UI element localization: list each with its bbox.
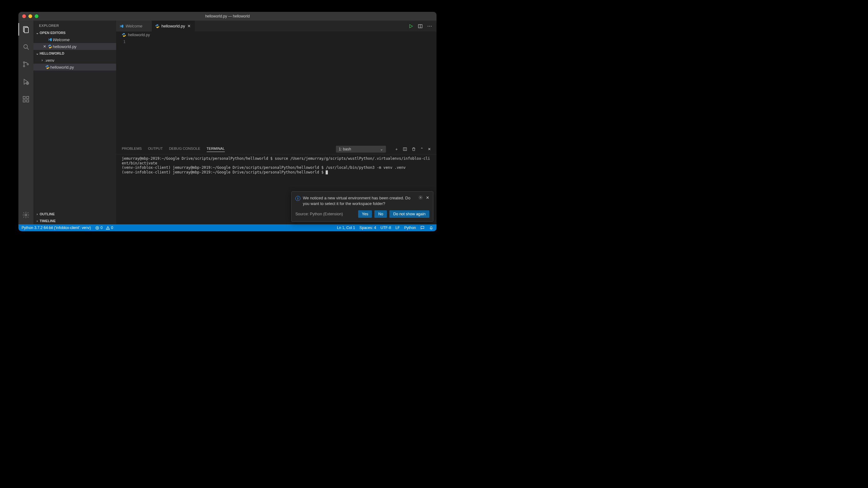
status-feedback-icon[interactable] bbox=[420, 226, 425, 230]
notification-close-icon[interactable]: ✕ bbox=[426, 195, 429, 200]
notification-dismiss-button[interactable]: Do not show again bbox=[389, 210, 429, 218]
open-editor-label: Welcome bbox=[53, 37, 70, 42]
timeline-header[interactable]: › TIMELINE bbox=[33, 218, 116, 224]
error-icon bbox=[95, 226, 99, 230]
maximize-panel-icon[interactable]: ⌃ bbox=[420, 147, 423, 151]
svg-point-2 bbox=[24, 44, 28, 48]
title-bar: helloworld.py — helloworld bbox=[19, 12, 436, 21]
outline-label: OUTLINE bbox=[40, 212, 55, 216]
breadcrumb-file: helloworld.py bbox=[128, 33, 150, 37]
run-button[interactable] bbox=[408, 24, 413, 29]
timeline-label: TIMELINE bbox=[40, 219, 56, 223]
svg-point-6 bbox=[27, 64, 28, 65]
chevron-right-icon: › bbox=[35, 212, 40, 216]
window-zoom-button[interactable] bbox=[35, 14, 38, 18]
chevron-down-icon: ⌄ bbox=[380, 147, 383, 151]
source-control-icon[interactable] bbox=[19, 58, 33, 70]
tab-helloworld[interactable]: helloworld.py ✕ bbox=[152, 21, 195, 32]
open-editors-label: OPEN EDITORS bbox=[40, 31, 66, 35]
svg-rect-11 bbox=[23, 96, 25, 99]
vscode-icon bbox=[47, 37, 53, 42]
notification-settings-icon[interactable] bbox=[418, 195, 423, 200]
python-icon bbox=[122, 33, 126, 37]
close-panel-icon[interactable]: ✕ bbox=[428, 147, 431, 151]
status-eol[interactable]: LF bbox=[396, 226, 400, 230]
folder-venv[interactable]: › .venv bbox=[33, 57, 116, 64]
panel-tab-debug-console[interactable]: DEBUG CONSOLE bbox=[169, 147, 200, 152]
python-icon bbox=[155, 24, 160, 28]
terminal-selector[interactable]: 1: bash ⌄ bbox=[336, 146, 386, 153]
file-label: helloworld.py bbox=[50, 65, 74, 70]
breadcrumb[interactable]: helloworld.py bbox=[116, 32, 436, 38]
panel-tab-problems[interactable]: PROBLEMS bbox=[122, 147, 142, 152]
notification-no-button[interactable]: No bbox=[374, 210, 387, 218]
new-terminal-icon[interactable]: ＋ bbox=[395, 147, 398, 152]
search-icon[interactable] bbox=[19, 40, 33, 53]
run-debug-icon[interactable] bbox=[19, 75, 33, 88]
svg-rect-14 bbox=[27, 96, 29, 99]
activity-bar bbox=[19, 21, 33, 224]
file-helloworld[interactable]: helloworld.py bbox=[33, 64, 116, 70]
panel-tab-terminal[interactable]: TERMINAL bbox=[207, 147, 225, 152]
split-terminal-icon[interactable] bbox=[403, 147, 407, 151]
chevron-right-icon: › bbox=[35, 219, 40, 223]
svg-rect-12 bbox=[23, 100, 25, 102]
tab-welcome[interactable]: Welcome ✕ bbox=[116, 21, 152, 32]
panel-tab-output[interactable]: OUTPUT bbox=[148, 147, 163, 152]
chevron-down-icon: ⌄ bbox=[35, 52, 40, 56]
svg-point-26 bbox=[108, 229, 108, 229]
status-indentation[interactable]: Spaces: 4 bbox=[360, 226, 376, 230]
info-icon: i bbox=[296, 196, 300, 201]
svg-point-5 bbox=[23, 66, 25, 67]
status-python-interpreter[interactable]: Python 3.7.2 64-bit ('infoblox-client': … bbox=[22, 226, 91, 230]
svg-point-4 bbox=[23, 62, 25, 63]
workspace-label: HELLOWORLD bbox=[40, 52, 64, 55]
python-icon bbox=[45, 65, 50, 69]
editor-tabs: Welcome ✕ helloworld.py ✕ bbox=[116, 21, 436, 32]
line-gutter: 1 bbox=[116, 38, 130, 144]
workspace-header[interactable]: ⌄ HELLOWORLD bbox=[33, 50, 116, 57]
explorer-icon[interactable] bbox=[19, 23, 33, 36]
open-editor-welcome[interactable]: Welcome bbox=[33, 36, 116, 43]
split-editor-icon[interactable] bbox=[418, 24, 423, 29]
outline-header[interactable]: › OUTLINE bbox=[33, 210, 116, 218]
svg-point-15 bbox=[25, 214, 27, 216]
window-title: helloworld.py — helloworld bbox=[19, 14, 436, 19]
more-actions-icon[interactable]: ⋯ bbox=[427, 23, 432, 29]
notification-source: Source: Python (Extension) bbox=[296, 212, 343, 216]
status-bell-icon[interactable] bbox=[429, 226, 433, 230]
status-errors[interactable]: 0 0 bbox=[95, 226, 113, 230]
notification-yes-button[interactable]: Yes bbox=[358, 210, 372, 218]
settings-gear-icon[interactable] bbox=[19, 209, 33, 221]
chevron-right-icon: › bbox=[40, 58, 45, 62]
tab-label: Welcome bbox=[126, 24, 143, 28]
open-editors-header[interactable]: ⌄ OPEN EDITORS bbox=[33, 29, 116, 36]
window-close-button[interactable] bbox=[22, 14, 26, 18]
window-minimize-button[interactable] bbox=[28, 14, 32, 18]
extensions-icon[interactable] bbox=[19, 93, 33, 105]
vscode-icon bbox=[119, 24, 124, 28]
kill-terminal-icon[interactable] bbox=[411, 147, 416, 151]
open-editor-helloworld[interactable]: ✕ helloworld.py bbox=[33, 43, 116, 50]
code-area[interactable] bbox=[130, 38, 436, 144]
status-cursor-position[interactable]: Ln 1, Col 1 bbox=[337, 226, 355, 230]
svg-rect-13 bbox=[27, 100, 29, 102]
close-icon[interactable]: ✕ bbox=[42, 44, 47, 49]
notification-toast: i We noticed a new virtual environment h… bbox=[291, 191, 433, 222]
terminal-selector-label: 1: bash bbox=[339, 147, 351, 151]
status-bar: Python 3.7.2 64-bit ('infoblox-client': … bbox=[19, 224, 436, 231]
editor-body[interactable]: 1 bbox=[116, 38, 436, 144]
folder-label: .venv bbox=[45, 58, 54, 63]
svg-line-3 bbox=[27, 48, 29, 50]
open-editor-label: helloworld.py bbox=[53, 44, 76, 49]
status-encoding[interactable]: UTF-8 bbox=[381, 226, 391, 230]
close-icon[interactable]: ✕ bbox=[187, 24, 191, 28]
tab-label: helloworld.py bbox=[161, 24, 185, 28]
terminal-cursor bbox=[326, 170, 328, 174]
status-language[interactable]: Python bbox=[404, 226, 416, 230]
warning-icon bbox=[106, 226, 110, 230]
svg-rect-1 bbox=[24, 28, 28, 33]
terminal-line: (venv-infoblox-client) jemurray@mbp-2019… bbox=[122, 165, 406, 170]
svg-point-21 bbox=[420, 197, 421, 198]
terminal-line: jemurray@mbp-2019:~/Google Drive/scripts… bbox=[122, 156, 430, 165]
